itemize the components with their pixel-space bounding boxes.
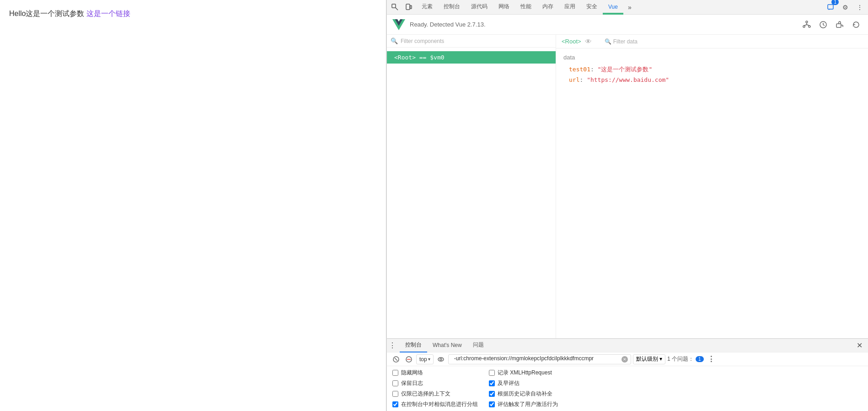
vue-header: Ready. Detected Vue 2.7.13. — [387, 15, 868, 35]
option-eager-eval: 及早评估 — [489, 379, 558, 387]
vue-tree-icon[interactable] — [800, 18, 813, 31]
issues-badge: 1 个问题： 1 — [667, 355, 704, 363]
console-close-icon[interactable]: ✕ — [857, 341, 863, 350]
console-filter-container: -url:chrome-extension://mgmlokepcIpcfdci… — [448, 354, 631, 364]
svg-point-7 — [809, 26, 810, 27]
page-link[interactable]: 这是一个链接 — [86, 10, 130, 17]
settings-icon[interactable]: ⚙ — [839, 1, 852, 14]
context-select[interactable]: top ▾ — [416, 354, 434, 364]
tab-security[interactable]: 安全 — [581, 0, 603, 15]
eager-eval-checkbox[interactable] — [489, 380, 495, 386]
tab-application[interactable]: 应用 — [559, 0, 581, 15]
selected-context-checkbox[interactable] — [392, 391, 398, 397]
console-area: ⋮ 控制台 What's New 问题 ✕ — [387, 338, 868, 411]
svg-rect-4 — [828, 5, 833, 9]
option-selected-context: 仅限已选择的上下文 — [392, 390, 478, 398]
vue-timeline-icon[interactable] — [817, 18, 830, 31]
console-toolbar-more-icon[interactable]: ⋮ — [706, 354, 717, 365]
option-user-activation: 评估触发了用户激活行为 — [489, 400, 558, 408]
tree-filter-input[interactable] — [401, 38, 552, 44]
console-filter-input[interactable]: -url:chrome-extension://mgmlokepcIpcfdci… — [451, 354, 622, 364]
inspect-icon[interactable] — [389, 1, 402, 14]
option-group-left: 隐藏网络 保留日志 仅限已选择的上下文 在控制台中对相似消息进行分组 — [392, 369, 478, 408]
data-panel-header: <Root> 👁 🔍 — [556, 35, 868, 48]
data-colon-1: : — [579, 76, 587, 83]
eye-icon[interactable]: 👁 — [585, 37, 592, 45]
console-tab-main[interactable]: 控制台 — [400, 339, 427, 352]
data-colon-0: : — [590, 66, 598, 73]
data-row-url: url: "https://www.baidu.com" — [563, 76, 861, 83]
user-activation-checkbox[interactable] — [489, 401, 495, 407]
data-section-title: data — [563, 54, 861, 61]
svg-rect-3 — [410, 5, 412, 9]
option-group-similar: 在控制台中对相似消息进行分组 — [392, 400, 478, 408]
console-eye-btn[interactable] — [435, 354, 446, 365]
console-options: 隐藏网络 保留日志 仅限已选择的上下文 在控制台中对相似消息进行分组 — [387, 366, 868, 411]
group-similar-checkbox[interactable] — [392, 401, 398, 407]
svg-line-10 — [807, 25, 809, 26]
message-count-badge: 1 — [831, 0, 839, 5]
message-badge-button[interactable]: 1 — [824, 1, 837, 14]
option-autocomplete: 根据历史记录自动补全 — [489, 390, 558, 398]
tab-memory[interactable]: 内存 — [537, 0, 559, 15]
vue-plugin-icon[interactable] — [833, 18, 846, 31]
console-filter-btn[interactable] — [403, 354, 414, 365]
data-filter: 🔍 — [605, 38, 682, 45]
console-toolbar: top ▾ -url:chrome-extension://mgmlokepcI… — [387, 352, 868, 366]
device-icon[interactable] — [402, 1, 415, 14]
tree-search-icon: 🔍 — [391, 37, 398, 44]
vue-refresh-icon[interactable] — [850, 18, 863, 31]
page-content: Hello这是一个测试参数 这是一个链接 — [9, 9, 377, 19]
option-group-right: 记录 XMLHttpRequest 及早评估 根据历史记录自动补全 评 — [489, 369, 558, 408]
option-preserve-log: 保留日志 — [392, 379, 478, 387]
data-filter-input[interactable] — [613, 38, 682, 45]
svg-line-16 — [395, 358, 397, 361]
devtools-panel: 元素 控制台 源代码 网络 性能 内存 应用 — [386, 0, 868, 411]
svg-line-1 — [396, 8, 398, 10]
tab-performance[interactable]: 性能 — [515, 0, 537, 15]
issues-count-badge: 1 — [696, 356, 704, 362]
console-tab-issues[interactable]: 问题 — [467, 339, 489, 352]
autocomplete-checkbox[interactable] — [489, 391, 495, 397]
page-text: Hello这是一个测试参数 — [9, 10, 86, 17]
preserve-log-checkbox[interactable] — [392, 380, 398, 386]
data-key-test01: test01 — [569, 66, 590, 73]
devtools-more-icon[interactable]: ⋮ — [853, 1, 866, 14]
vue-content: Ready. Detected Vue 2.7.13. — [387, 15, 868, 411]
console-tab-whatsnew[interactable]: What's New — [427, 339, 467, 352]
tab-vue[interactable]: Vue — [603, 0, 623, 15]
tab-console[interactable]: 控制台 — [438, 0, 466, 15]
tab-sources[interactable]: 源代码 — [466, 0, 493, 15]
vue-main: 🔍 <Root> == $vm0 <Root> 👁 🔍 — [387, 35, 868, 338]
devtools-toolbar: 元素 控制台 源代码 网络 性能 内存 应用 — [387, 0, 868, 15]
toolbar-right: 1 ⚙ ⋮ — [824, 1, 866, 14]
svg-point-19 — [438, 358, 444, 361]
console-clear-btn[interactable] — [391, 354, 402, 365]
data-key-url: url — [569, 76, 579, 83]
severity-select[interactable]: 默认级别 ▾ — [633, 354, 665, 364]
tree-filter: 🔍 — [387, 35, 556, 48]
console-more-left-icon[interactable]: ⋮ — [389, 341, 396, 350]
page-area: Hello这是一个测试参数 这是一个链接 — [0, 0, 386, 411]
hide-network-checkbox[interactable] — [392, 370, 398, 376]
main-container: Hello这是一个测试参数 这是一个链接 元素 — [0, 0, 868, 411]
more-tabs-icon[interactable]: » — [623, 1, 636, 14]
tree-item-root[interactable]: <Root> == $vm0 — [387, 51, 556, 64]
option-hide-network: 隐藏网络 — [392, 369, 478, 377]
vue-logo-icon — [392, 18, 405, 31]
tab-elements[interactable]: 元素 — [416, 0, 438, 15]
log-xhr-checkbox[interactable] — [489, 370, 495, 376]
svg-point-6 — [803, 26, 805, 27]
svg-line-9 — [804, 25, 807, 26]
data-content: data test01: "这是一个测试参数" url: "https://ww… — [556, 48, 868, 338]
svg-rect-2 — [406, 4, 410, 10]
tree-content: <Root> == $vm0 — [387, 48, 556, 338]
svg-rect-0 — [392, 4, 396, 8]
data-filter-search-icon: 🔍 — [605, 38, 611, 45]
data-row-test01: test01: "这是一个测试参数" — [563, 65, 861, 74]
console-filter-clear-btn[interactable]: ✕ — [622, 356, 628, 363]
tab-network[interactable]: 网络 — [493, 0, 515, 15]
option-log-xhr: 记录 XMLHttpRequest — [489, 369, 558, 377]
context-chevron-icon: ▾ — [428, 357, 430, 362]
data-panel: <Root> 👁 🔍 data test01: "这是一个测试参数" — [556, 35, 868, 338]
